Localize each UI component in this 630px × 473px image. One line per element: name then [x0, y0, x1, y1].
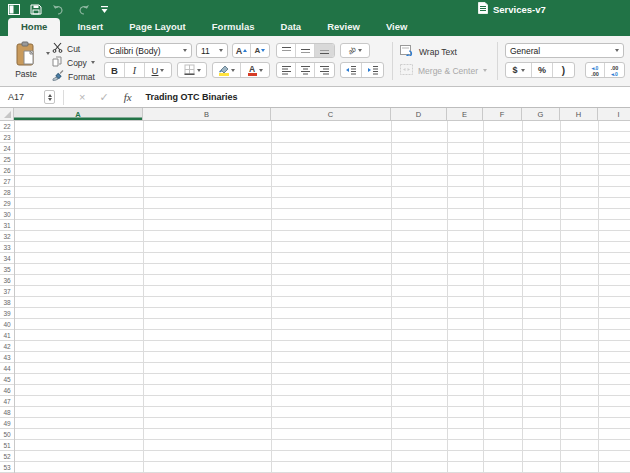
grid-row-48[interactable]: 48 — [0, 407, 630, 418]
row-header-40[interactable]: 40 — [0, 319, 14, 329]
copy-dropdown-icon[interactable] — [91, 61, 95, 64]
paste-dropdown-icon[interactable] — [46, 52, 50, 55]
tab-view[interactable]: View — [377, 18, 416, 36]
increase-decimal-button[interactable]: ◂.0 .00 — [586, 63, 605, 78]
enter-icon[interactable]: ✓ — [99, 91, 108, 104]
grid-row-36[interactable]: 36 — [0, 275, 630, 286]
row-header-43[interactable]: 43 — [0, 352, 14, 362]
row-header-39[interactable]: 39 — [0, 308, 14, 318]
grid-row-33[interactable]: 33 — [0, 242, 630, 253]
row-header-28[interactable]: 28 — [0, 187, 14, 197]
formula-input[interactable]: Trading OTC Binaries — [146, 92, 238, 102]
row-header-53[interactable]: 53 — [0, 462, 14, 472]
row-header-34[interactable]: 34 — [0, 253, 14, 263]
align-center-button[interactable] — [296, 63, 315, 77]
grid-row-28[interactable]: 28 — [0, 187, 630, 198]
column-header-G[interactable]: G — [522, 108, 560, 120]
grid-row-42[interactable]: 42 — [0, 341, 630, 352]
row-header-42[interactable]: 42 — [0, 341, 14, 351]
copy-button[interactable]: Copy — [52, 56, 95, 69]
column-header-D[interactable]: D — [391, 108, 447, 120]
row-header-46[interactable]: 46 — [0, 385, 14, 395]
decrease-indent-button[interactable] — [341, 63, 362, 77]
grid-row-27[interactable]: 27 — [0, 176, 630, 187]
grid-row-32[interactable]: 32 — [0, 231, 630, 242]
font-family-select[interactable]: Calibri (Body) — [104, 43, 192, 58]
name-box[interactable]: A17 — [0, 92, 44, 102]
row-header-24[interactable]: 24 — [0, 143, 14, 153]
row-header-31[interactable]: 31 — [0, 220, 14, 230]
increase-indent-button[interactable] — [362, 63, 383, 77]
row-header-37[interactable]: 37 — [0, 286, 14, 296]
tab-data[interactable]: Data — [272, 18, 311, 36]
column-header-C[interactable]: C — [271, 108, 391, 120]
grid-row-49[interactable]: 49 — [0, 418, 630, 429]
row-header-52[interactable]: 52 — [0, 451, 14, 461]
italic-button[interactable]: I — [125, 63, 145, 77]
row-header-48[interactable]: 48 — [0, 407, 14, 417]
merge-center-button[interactable]: Merge & Center — [400, 64, 487, 77]
grid-row-39[interactable]: 39 — [0, 308, 630, 319]
row-header-29[interactable]: 29 — [0, 198, 14, 208]
grid-row-24[interactable]: 24 — [0, 143, 630, 154]
row-header-36[interactable]: 36 — [0, 275, 14, 285]
grid-row-26[interactable]: 26 — [0, 165, 630, 176]
format-painter-button[interactable]: Format — [52, 70, 95, 83]
row-header-22[interactable]: 22 — [0, 121, 14, 131]
row-header-33[interactable]: 33 — [0, 242, 14, 252]
fill-color-button[interactable] — [213, 63, 241, 77]
grid-row-29[interactable]: 29 — [0, 198, 630, 209]
underline-button[interactable]: U — [145, 63, 171, 77]
grid-row-30[interactable]: 30 — [0, 209, 630, 220]
font-size-select[interactable]: 11 — [196, 43, 228, 58]
column-header-B[interactable]: B — [143, 108, 271, 120]
select-all-button[interactable] — [0, 108, 14, 120]
cancel-icon[interactable]: × — [79, 91, 85, 103]
insert-function-icon[interactable]: fx — [124, 91, 132, 103]
toolbar-options-icon[interactable] — [100, 5, 109, 14]
wrap-text-button[interactable]: Wrap Text — [400, 45, 457, 58]
row-header-30[interactable]: 30 — [0, 209, 14, 219]
row-header-25[interactable]: 25 — [0, 154, 14, 164]
row-header-27[interactable]: 27 — [0, 176, 14, 186]
row-header-45[interactable]: 45 — [0, 374, 14, 384]
grid-row-52[interactable]: 52 — [0, 451, 630, 462]
tab-home[interactable]: Home — [8, 18, 60, 36]
grid-row-47[interactable]: 47 — [0, 396, 630, 407]
grid-row-44[interactable]: 44 — [0, 363, 630, 374]
row-header-32[interactable]: 32 — [0, 231, 14, 241]
cut-button[interactable]: Cut — [52, 42, 80, 55]
font-color-button[interactable]: A — [241, 63, 269, 77]
grid-row-51[interactable]: 51 — [0, 440, 630, 451]
row-header-50[interactable]: 50 — [0, 429, 14, 439]
shrink-font-button[interactable]: A — [251, 44, 269, 57]
row-header-51[interactable]: 51 — [0, 440, 14, 450]
align-middle-button[interactable] — [296, 44, 315, 57]
grid-row-25[interactable]: 25 — [0, 154, 630, 165]
redo-icon[interactable] — [76, 4, 90, 15]
row-header-41[interactable]: 41 — [0, 330, 14, 340]
row-header-26[interactable]: 26 — [0, 165, 14, 175]
row-header-47[interactable]: 47 — [0, 396, 14, 406]
column-header-A[interactable]: A — [14, 108, 143, 120]
percent-button[interactable]: % — [532, 63, 553, 77]
row-header-44[interactable]: 44 — [0, 363, 14, 373]
row-header-23[interactable]: 23 — [0, 132, 14, 142]
align-top-button[interactable] — [277, 44, 296, 57]
undo-icon[interactable] — [52, 4, 66, 15]
grid-row-41[interactable]: 41 — [0, 330, 630, 341]
comma-style-button[interactable]: ) — [553, 63, 574, 77]
column-header-F[interactable]: F — [483, 108, 522, 120]
column-header-I[interactable]: I — [598, 108, 630, 120]
grid-row-46[interactable]: 46 — [0, 385, 630, 396]
grid-row-34[interactable]: 34 — [0, 253, 630, 264]
currency-button[interactable]: $ — [506, 63, 532, 77]
align-right-button[interactable] — [315, 63, 334, 77]
orientation-button[interactable]: ab — [340, 43, 370, 58]
grid-row-35[interactable]: 35 — [0, 264, 630, 275]
row-header-49[interactable]: 49 — [0, 418, 14, 428]
save-icon[interactable] — [30, 4, 42, 15]
grid-row-23[interactable]: 23 — [0, 132, 630, 143]
grid-row-31[interactable]: 31 — [0, 220, 630, 231]
grid-row-50[interactable]: 50 — [0, 429, 630, 440]
